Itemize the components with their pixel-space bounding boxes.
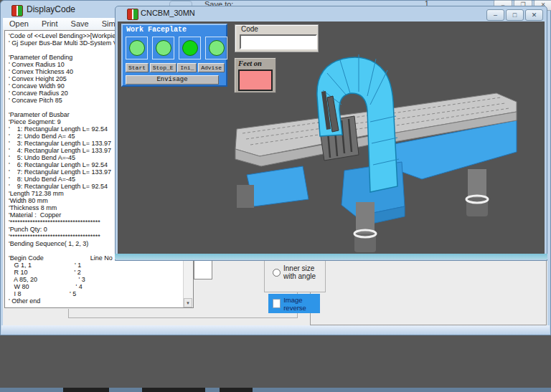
feet-on-panel: Feet on [234, 57, 276, 93]
feet-on-label: Feet on [238, 59, 262, 67]
faceplate-button[interactable]: Ini_ [177, 63, 197, 72]
faceplate-indicators [126, 37, 227, 59]
code-line: I 8 ' 5 [9, 290, 182, 297]
inner-size-radio[interactable] [273, 269, 281, 277]
child-window-button[interactable]: – [486, 9, 504, 21]
taskbar-item [142, 388, 205, 392]
child-window-button[interactable]: ✕ [525, 9, 543, 21]
menu-item[interactable]: Save [65, 19, 95, 28]
lamp-icon [156, 40, 171, 56]
code-input[interactable] [240, 34, 317, 49]
image-reverse-option[interactable]: Image reverse [268, 294, 320, 313]
window-button-icon: ✕ [532, 11, 537, 19]
faceplate-buttons: StartStop_EIni_Advise [126, 63, 225, 72]
cncbm-logo-icon [127, 9, 138, 20]
scroll-down-icon[interactable]: ▼ [184, 298, 192, 307]
image-reverse-label: Image reverse [283, 296, 320, 312]
child-window-title: CNCBM_30MN [141, 9, 195, 17]
indicator-lamp [205, 37, 227, 59]
window-button-icon: – [494, 11, 497, 19]
desktop: DisplayCode OpenPrintSaveSimulateRun 'Co… [0, 0, 551, 392]
taskbar-edge [0, 388, 551, 392]
inner-size-label: Inner size with angle [283, 264, 316, 280]
code-line: W 80 ' 4 [9, 283, 182, 290]
child-window-bottom-border [115, 254, 547, 259]
code-line: G 1, 1 ' 1 [9, 262, 182, 269]
code-group-label: Code [241, 25, 258, 33]
indicator-lamp [152, 37, 174, 59]
code-line: R 10 ' 2 [9, 269, 182, 276]
child-window-button[interactable]: □ [506, 9, 524, 21]
image-reverse-checkbox[interactable] [273, 299, 281, 308]
indicator-lamp [179, 37, 201, 59]
lamp-icon [129, 40, 145, 56]
code-group: Code [235, 24, 319, 52]
faceplate-button[interactable]: Stop_E [150, 63, 176, 72]
inner-size-group: Inner size with angle [264, 259, 326, 292]
feet-on-indicator[interactable] [238, 70, 273, 91]
main-window-bottom-border [1, 325, 550, 335]
code-line: R 1 ' 6 [9, 305, 182, 306]
lamp-icon [209, 40, 225, 56]
indicator-lamp [126, 37, 148, 59]
faceplate-button[interactable]: Start [126, 63, 149, 72]
menu-item[interactable]: Open [3, 19, 35, 28]
displaycode-logo-icon [11, 5, 23, 16]
menu-item[interactable]: Print [35, 19, 65, 28]
child-window-controls: –□✕ [486, 9, 543, 21]
envisage-button[interactable]: Envisage [126, 75, 219, 85]
panel-divider [68, 317, 297, 318]
faceplate-button[interactable]: Advise [198, 63, 225, 72]
main-window-title: DisplayCode [27, 4, 75, 14]
work-faceplate-panel: Work Faceplate StartStop_EIni_Advise Env… [121, 24, 227, 87]
window-button-icon: □ [513, 11, 517, 19]
code-line: ' Other end [9, 297, 182, 305]
taskbar-item [63, 388, 109, 392]
lamp-icon [182, 40, 198, 56]
faceplate-title: Work Faceplate [126, 26, 187, 34]
code-line: A 85, 20 ' 3 [9, 276, 182, 283]
taskbar-item [220, 388, 253, 392]
